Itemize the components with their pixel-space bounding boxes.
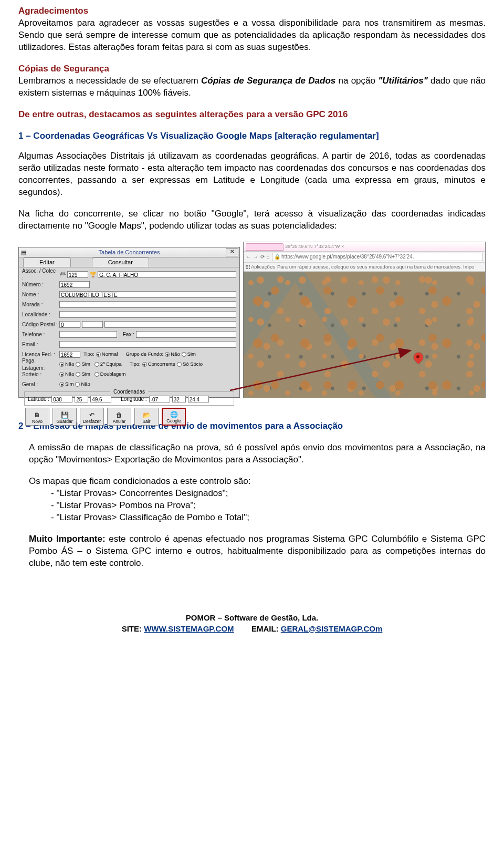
exit-icon: 📂 xyxy=(143,411,151,419)
form-window: ▤ Tabela de Concorrentes ✕ Editar Consul… xyxy=(18,247,240,398)
lon-s[interactable]: 24.4 xyxy=(188,396,209,402)
apps-button[interactable]: Aplicações xyxy=(246,264,275,271)
geral-label: Geral : xyxy=(22,381,58,388)
close-icon[interactable]: ✕ xyxy=(226,248,238,256)
browser-tab[interactable] xyxy=(246,243,284,251)
file-icon: 🗎 xyxy=(34,411,40,419)
footer-site-link[interactable]: WWW.SISTEMAGP.COM xyxy=(144,624,234,633)
screenshot-composite: ▤ Tabela de Concorrentes ✕ Editar Consul… xyxy=(18,242,486,405)
cp-val[interactable]: 0 xyxy=(59,321,80,328)
nav-fwd-icon[interactable]: → xyxy=(253,253,258,261)
fax-label: Fax : xyxy=(119,331,134,338)
tab-editar[interactable]: Editar xyxy=(23,257,71,267)
copias-block: Cópias de Segurança Lembramos a necessid… xyxy=(18,63,486,99)
assoc-label: Assoc. / Colec : xyxy=(22,267,58,282)
email-label: Email : xyxy=(22,341,58,348)
footer-email-link[interactable]: GERAL@SISTEMAGP.COm xyxy=(281,624,383,633)
google-button[interactable]: 🌐Google xyxy=(162,408,186,426)
tab-bar: Editar Consultar xyxy=(19,257,239,267)
copias-title: Cópias de Segurança xyxy=(18,64,109,74)
tab-consultar[interactable]: Consultar xyxy=(92,257,149,267)
agradecimentos-block: Agradecimentos Aproveitamos para agradec… xyxy=(18,5,486,54)
agradecimentos-title: Agradecimentos xyxy=(18,6,88,16)
google-icon: 🌐 xyxy=(170,411,178,418)
sair-button[interactable]: 📂Sair xyxy=(134,408,159,426)
browser-tabbar: 38°25'49.6"N 7°32'24.4"W × xyxy=(244,242,485,252)
list-item: - "Listar Provas> Pombos na Prova"; xyxy=(51,500,486,512)
email-val[interactable] xyxy=(59,341,236,348)
lock-icon: 🔒 xyxy=(274,253,280,261)
lat-m[interactable]: 25 xyxy=(75,396,88,402)
morada-label: Morada : xyxy=(22,301,58,308)
t2-sosocio-radio[interactable]: Só Sócio xyxy=(177,361,203,368)
map-pin-icon xyxy=(414,353,423,367)
muito-importante-label: Muito Importante: xyxy=(29,534,106,544)
tipo-normal-radio[interactable]: Normal xyxy=(96,351,118,358)
cp-val2[interactable] xyxy=(82,321,103,328)
paga-nao-radio[interactable]: Não xyxy=(59,361,74,368)
nome-val[interactable]: COLUMBOFILO TESTE xyxy=(59,291,236,298)
nav-home-icon[interactable]: ⌂ xyxy=(267,253,270,261)
cp-label: Código Postal : xyxy=(22,321,58,328)
morada-val[interactable] xyxy=(59,301,236,308)
t2-concorrente-radio[interactable]: Concorrente xyxy=(142,361,175,368)
local-val[interactable] xyxy=(59,311,236,318)
sorteio-nao-radio[interactable]: Não xyxy=(59,371,74,378)
coord-frame: Coordenadas Latitude : 038 25 49.6 Longi… xyxy=(24,391,234,406)
tipo-doub-radio[interactable]: Doublagem xyxy=(94,371,126,378)
lat-s[interactable]: 49.6 xyxy=(90,396,111,402)
grupo-nao-radio[interactable]: Não xyxy=(165,351,180,358)
footer-contacts: SITE: WWW.SISTEMAGP.COM EMAIL: GERAL@SIS… xyxy=(0,624,504,634)
section1-heading: 1 – Coordenadas Geográficas Vs Visualiza… xyxy=(18,130,486,142)
form-body: Assoc. / Colec : 🏁 129 🏆 G. C. A. FIALHO… xyxy=(19,267,239,428)
lic-val[interactable]: 1692 xyxy=(59,351,80,358)
cp-city[interactable] xyxy=(104,321,236,328)
titlebar: ▤ Tabela de Concorrentes ✕ xyxy=(19,247,239,257)
tel-label: Telefone : xyxy=(22,331,58,338)
list-item: - "Listar Provas> Concorrentes Designado… xyxy=(51,488,486,500)
list-item: - "Listar Provas> Classificação de Pombo… xyxy=(51,512,486,524)
grupo-sim-radio[interactable]: Sim xyxy=(182,351,196,358)
fax-val[interactable] xyxy=(136,331,236,338)
sorteio-label: Sorteio : xyxy=(22,371,58,378)
coord-legend: Coordenadas xyxy=(110,388,148,396)
nav-reload-icon[interactable]: ⟳ xyxy=(260,253,265,261)
agradecimentos-text: Aproveitamos para agradecer as vossas su… xyxy=(18,18,486,52)
address-bar[interactable]: 🔒 https://www.google.pt/maps/place/38°25… xyxy=(272,253,483,261)
copias-text-a: Lembramos a necessidade de se efectuarem xyxy=(18,76,201,86)
nav-back-icon[interactable]: ← xyxy=(246,253,251,261)
section1-p2: Na ficha do concorrente, se clicar no bo… xyxy=(18,208,486,232)
undo-icon: ↶ xyxy=(89,411,94,419)
tipo2-label: Tipo: xyxy=(130,361,141,368)
tipo-2equipa-radio[interactable]: 2ª Equipa xyxy=(94,361,122,368)
lat-d[interactable]: 038 xyxy=(51,396,72,402)
apps-grid-icon xyxy=(246,265,250,269)
section1-p1: Algumas Associações Distritais já utiliz… xyxy=(18,150,486,199)
copias-text-c: na opção xyxy=(335,76,378,86)
grupo-label: Grupo de Fundo: xyxy=(125,351,163,358)
geral-nao-radio[interactable]: Não xyxy=(75,381,90,388)
desfazer-button[interactable]: ↶Desfazer xyxy=(80,408,104,426)
trophy-icon: 🏆 xyxy=(90,271,96,278)
num-label: Número : xyxy=(22,281,58,288)
sorteio-sim-radio[interactable]: Sim xyxy=(76,371,90,378)
footer-company: POMOR – Software de Gestão, Lda. xyxy=(0,613,504,623)
paga-sim-radio[interactable]: Sim xyxy=(76,361,90,368)
guardar-button[interactable]: 💾Guardar xyxy=(52,408,77,426)
tel-val[interactable] xyxy=(59,331,117,338)
map-satellite[interactable] xyxy=(244,272,485,398)
section2-list: - "Listar Provas> Concorrentes Designado… xyxy=(51,488,486,524)
num-val[interactable]: 1692 xyxy=(59,281,90,288)
novo-button[interactable]: 🗎Novo xyxy=(25,408,49,426)
tab-coord-text: 38°25'49.6"N 7°32'24.4"W × xyxy=(285,243,344,250)
address-text: https://www.google.pt/maps/place/38°25'4… xyxy=(281,253,414,261)
assoc-name[interactable]: G. C. A. FIALHO xyxy=(98,271,236,278)
window-icon: ▤ xyxy=(21,249,26,256)
anular-button[interactable]: 🗑Anular xyxy=(107,408,131,426)
geral-sim-radio[interactable]: Sim xyxy=(59,381,74,388)
assoc-val[interactable]: 129 xyxy=(67,271,88,278)
lon-m[interactable]: 32 xyxy=(172,396,186,402)
lon-d[interactable]: -07 xyxy=(149,396,170,402)
bookmark-hint: Para um rápido acesso, coloque os seus m… xyxy=(277,264,474,271)
copias-text-d: "Utilitários" xyxy=(378,76,428,86)
